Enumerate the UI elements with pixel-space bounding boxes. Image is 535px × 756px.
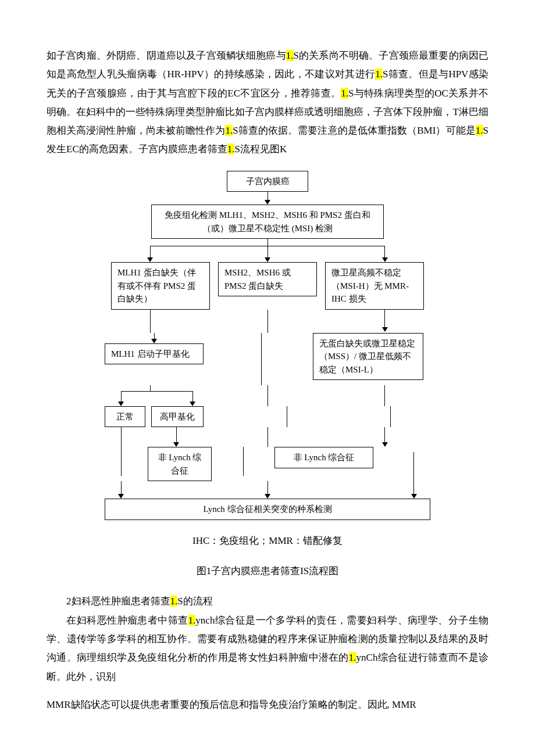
node-non-lynch-2: 非 Lynch 综合征 [274, 447, 373, 468]
text: S的流程 [177, 596, 212, 607]
text: 2妇科恶性肿瘤患者筛查 [66, 596, 170, 607]
node-msh-loss: MSH2、MSH6 或 PMS2 蛋白缺失 [218, 262, 317, 296]
highlight: 1. [349, 652, 356, 663]
text: MMR缺陷状态可以提供患者重要的预后信息和指导免疫治疗策略的制定。因此, MMR [47, 699, 416, 710]
figure-caption: 图1子宫内膜癌患者筛查IS流程图 [47, 562, 488, 581]
node-msi-h: 微卫星高频不稳定（MSI-H）无 MMR-IHC 损失 [325, 262, 424, 310]
highlight: 1. [225, 125, 233, 136]
highlight: 1. [375, 69, 383, 80]
node-normal: 正常 [105, 406, 145, 428]
highlight: 1. [188, 615, 196, 626]
node-germline-test: Lynch 综合征相关突变的种系检测 [105, 499, 430, 520]
section-2-title: 2妇科恶性肿瘤患者筛查1.S的流程 [47, 592, 488, 611]
node-mlh1-methylation: MLH1 启动子甲基化 [105, 343, 204, 365]
node-mss-msi-l: 无蛋白缺失或微卫星稳定（MSS）/ 微卫星低频不稳定（MSI-L） [313, 333, 423, 381]
highlight: 1. [286, 50, 294, 61]
highlight: 1. [170, 596, 178, 607]
text: S筛查的依据。需要注意的是低体重指数（BMI）可能是 [233, 125, 476, 136]
flowchart-legend: IHC：免疫组化；MMR：错配修复 [47, 532, 488, 550]
node-endometrial-cancer: 子宫内膜癌 [227, 171, 308, 192]
highlight: 1. [227, 144, 235, 155]
text: 如子宫肉瘤、外阴癌、阴道癌以及子宫颈鳞状细胞癌与 [47, 50, 286, 61]
node-ihc-msi-test: 免疫组化检测 MLH1、MSH2、MSH6 和 PMS2 蛋白和（或）微卫星不稳… [151, 205, 384, 239]
text: S流程见图K [234, 144, 287, 155]
node-mlh1-loss: MLH1 蛋白缺失（伴有或不伴有 PMS2 蛋白缺失） [111, 262, 210, 310]
paragraph-2: 在妇科恶性肿瘤患者中筛查1.ynch综合征是一个多学科的责任，需要妇科学、病理学… [47, 611, 488, 686]
text: 在妇科恶性肿瘤患者中筛查 [66, 615, 188, 626]
paragraph-1: 如子宫肉瘤、外阴癌、阴道癌以及子宫颈鳞状细胞癌与1.S的关系尚不明确。子宫颈癌最… [47, 46, 488, 159]
highlight: 1. [476, 125, 483, 136]
paragraph-3: MMR缺陷状态可以提供患者重要的预后信息和指导免疫治疗策略的制定。因此, MMR [47, 696, 488, 714]
highlight: 1. [341, 88, 348, 99]
node-hypermethylation: 高甲基化 [151, 406, 204, 428]
node-non-lynch-1: 非 Lynch 综合征 [148, 447, 212, 481]
flowchart: 子宫内膜癌 免疫组化检测 MLH1、MSH2、MSH6 和 PMS2 蛋白和（或… [105, 171, 430, 520]
